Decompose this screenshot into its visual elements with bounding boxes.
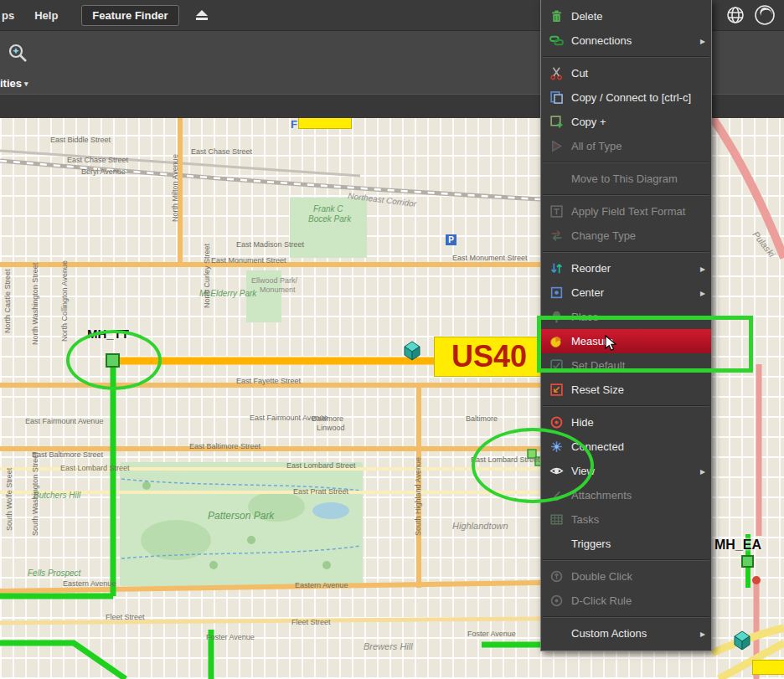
street-label: Bocek Park (308, 214, 352, 224)
street-label: Highlandtown (452, 521, 508, 531)
utilities-dropdown[interactable]: ities ▾ (0, 77, 28, 90)
change-type-icon (549, 229, 564, 244)
label-us40[interactable]: US40 (434, 337, 544, 377)
street-label: Linwood (317, 424, 345, 432)
menu-item-view[interactable]: View▸ (541, 459, 711, 483)
street-label: Baltimore (312, 414, 343, 423)
center-icon (549, 285, 564, 301)
menu-item-label: D-Click Rule (571, 594, 705, 607)
street-label: East Monument Street (211, 256, 286, 265)
menu-item-measure[interactable]: Measure (541, 329, 711, 353)
menu-item-hide[interactable]: Hide (541, 410, 711, 435)
hide-icon (549, 415, 564, 430)
measure-icon (549, 334, 564, 349)
menu-item-copy-connect-to-ctrl-c[interactable]: Copy / Connect to [ctrl-c] (541, 85, 711, 110)
menu-item-label: Apply Field Text Format (571, 205, 705, 218)
street-label: Frank C (313, 204, 343, 213)
utilities-label: ities (0, 77, 22, 90)
street-label: South Highland Avenue (414, 457, 422, 536)
copy-icon (549, 90, 564, 105)
set-default-icon (549, 358, 564, 373)
street-label: North Milton Avenue (171, 154, 179, 222)
menu-item-label: Place (571, 311, 705, 323)
menu-item-label: View (571, 465, 697, 477)
menu-item-label: Delete (571, 10, 705, 23)
street-label: Monument (260, 285, 296, 294)
street-label: Patterson Park (208, 510, 275, 522)
menu-item-label: Change Type (571, 229, 705, 242)
menu-item-custom-actions[interactable]: Custom Actions▸ (541, 621, 711, 646)
menu-item-all-of-type: All of Type (541, 134, 711, 158)
parking-icon: P (446, 234, 456, 245)
street-label: Baltimore (466, 414, 498, 423)
browser-logo-icon[interactable] (754, 4, 776, 26)
label-partial-bottom-right (752, 660, 784, 675)
menu-item-reset-size[interactable]: Reset Size (541, 378, 711, 402)
menu-item-delete[interactable]: Delete (541, 4, 711, 28)
view-icon (549, 464, 564, 479)
copy-plus-icon (549, 115, 564, 130)
menu-item-label: Tasks (571, 513, 705, 526)
d-click-rule-icon (549, 594, 564, 609)
label-mh-tt[interactable]: MH_TT (87, 327, 129, 341)
menu-item-label: Connected (571, 440, 705, 453)
street-label: Eastern Avenue (295, 581, 348, 589)
menu-item-connected[interactable]: Connected (541, 435, 711, 459)
menu-item-reorder[interactable]: Reorder▸ (541, 256, 711, 280)
menu-separator (543, 194, 709, 196)
street-label: East Chase Street (191, 147, 253, 156)
menu-item-move-to-this-diagram: Move to This Diagram (541, 167, 711, 191)
street-label: East Biddle Street (50, 136, 111, 144)
menu-item-triggers[interactable]: Triggers (541, 532, 711, 556)
globe-icon[interactable] (725, 5, 745, 25)
tasks-icon (549, 512, 564, 527)
feature-search-icon[interactable] (5, 41, 30, 69)
menu-item-change-type: Change Type (541, 224, 711, 248)
menu-item-tasks: Tasks (541, 507, 711, 532)
street-label: East Madison Street (236, 240, 305, 249)
feature-finder-button[interactable]: Feature Finder (81, 5, 178, 26)
street-label: East Baltimore Street (189, 442, 261, 450)
menu-item-label: Hide (571, 416, 705, 429)
menubar-item-maps[interactable]: ps (0, 9, 23, 22)
eject-icon[interactable] (194, 8, 209, 22)
street-label: Foster Avenue (206, 633, 255, 641)
street-label: East Chase Street (67, 156, 129, 164)
submenu-arrow-icon: ▸ (700, 35, 705, 47)
menu-item-center[interactable]: Center▸ (541, 280, 711, 305)
menu-item-connections[interactable]: Connections▸ (541, 28, 711, 53)
menu-separator (543, 405, 709, 407)
street-label: North Collington Avenue (60, 260, 69, 342)
menu-item-label: Reset Size (571, 383, 705, 396)
menu-separator (543, 56, 709, 58)
menu-item-label: Cut (571, 67, 705, 80)
menu-item-label: All of Type (571, 140, 705, 152)
chevron-down-icon: ▾ (24, 80, 28, 88)
route-green-sw (0, 643, 126, 679)
menu-item-cut[interactable]: Cut (541, 61, 711, 85)
street-label: North Washington Street (31, 262, 39, 345)
signal-dot (752, 576, 761, 584)
menu-separator (543, 162, 709, 163)
menu-item-label: Attachments (571, 489, 705, 502)
menu-item-place: Place (541, 305, 711, 329)
place-icon (549, 310, 564, 325)
submenu-arrow-icon: ▸ (700, 263, 705, 275)
street-label: Fells Prospect (28, 568, 82, 578)
menu-item-copy[interactable]: Copy + (541, 110, 711, 134)
street-label: Butchers Hill (34, 491, 81, 500)
menu-item-label: Set Default (571, 359, 705, 372)
menu-separator (543, 559, 709, 561)
label-mh-ea[interactable]: MH_EA (714, 538, 761, 553)
menu-item-label: Custom Actions (571, 627, 697, 640)
menu-item-double-click: Double Click (541, 564, 711, 589)
empty-icon-slot (549, 172, 564, 187)
reset-size-icon (549, 383, 564, 398)
street-label: South Washington Street (31, 452, 39, 536)
cut-icon (549, 66, 564, 81)
reorder-icon (549, 261, 564, 276)
menubar-item-help[interactable]: Help (23, 9, 70, 22)
street-label: Brewers Hill (364, 641, 413, 651)
all-of-type-icon (549, 139, 564, 154)
street-label: North Curley Street (203, 243, 211, 308)
